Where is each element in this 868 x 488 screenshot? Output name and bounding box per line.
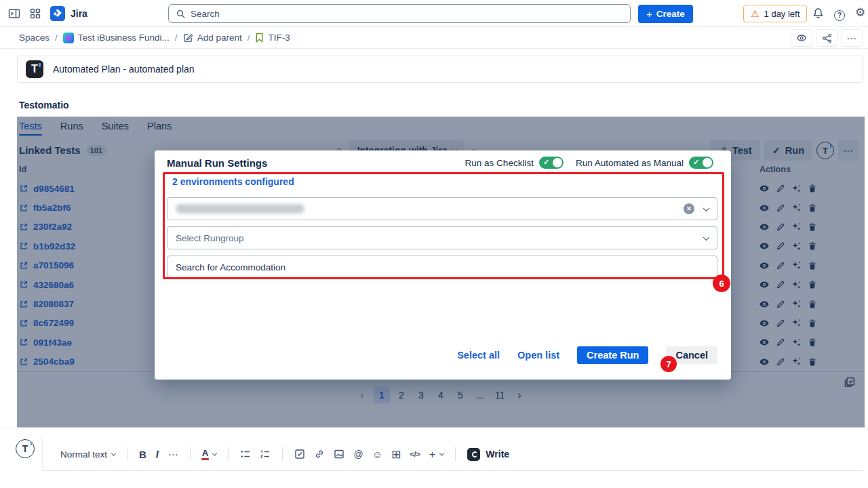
help-icon[interactable]: ? bbox=[834, 8, 845, 21]
ai-write-icon bbox=[467, 448, 480, 461]
table-icon[interactable]: ⊞ bbox=[391, 449, 401, 460]
image-icon[interactable] bbox=[334, 449, 344, 460]
emoji-icon[interactable]: ☺ bbox=[372, 449, 382, 460]
breadcrumb: Spaces / Test iBusiness Fundi... / Add p… bbox=[0, 27, 868, 49]
breadcrumb-spaces[interactable]: Spaces bbox=[19, 33, 50, 43]
annotation-step-7: 7 bbox=[660, 356, 677, 372]
annotation-step-6: 6 bbox=[713, 274, 730, 292]
modal-title: Manual Run Settings bbox=[167, 157, 267, 169]
warning-icon: ⚠ bbox=[751, 9, 760, 18]
more-formatting-icon[interactable]: ⋯ bbox=[168, 449, 178, 460]
jira-logo-icon[interactable] bbox=[50, 6, 65, 21]
create-run-button[interactable]: Create Run bbox=[577, 346, 648, 364]
app-name[interactable]: Jira bbox=[71, 8, 87, 19]
chevron-down-icon bbox=[439, 451, 444, 455]
code-icon[interactable]: </> bbox=[410, 450, 420, 458]
task-list-icon[interactable] bbox=[294, 449, 305, 460]
search-icon bbox=[176, 9, 186, 19]
automated-plan-banner[interactable]: T Automated Plan - automated plan bbox=[17, 56, 863, 83]
redacted-value bbox=[176, 204, 304, 214]
more-button[interactable]: ⋯ bbox=[841, 29, 863, 47]
edit-icon bbox=[183, 33, 193, 43]
numbered-list-icon[interactable] bbox=[260, 449, 271, 460]
widget-title: Testomatio bbox=[19, 100, 69, 110]
italic-icon[interactable]: I bbox=[155, 449, 159, 460]
rungroup-select[interactable]: Select Rungroup bbox=[167, 226, 717, 249]
notifications-icon[interactable] bbox=[812, 7, 824, 19]
ai-write-button[interactable]: Write bbox=[467, 448, 509, 461]
environment-select[interactable]: ✕ bbox=[167, 197, 717, 220]
text-style-dropdown[interactable]: Normal text bbox=[60, 449, 115, 460]
manual-run-settings-modal: Manual Run Settings Run as Checklist ✓ R… bbox=[155, 150, 731, 380]
editor-toolbar: Normal text B I ⋯ A @ ☺ ⊞ </> + Write bbox=[42, 438, 863, 471]
settings-icon[interactable]: ⚙ bbox=[855, 7, 865, 18]
run-automated-as-manual-toggle[interactable]: ✓ bbox=[689, 157, 713, 169]
breadcrumb-issue[interactable]: TIF-3 bbox=[255, 33, 290, 43]
bold-icon[interactable]: B bbox=[139, 449, 146, 460]
link-icon[interactable] bbox=[314, 449, 325, 460]
chevron-down-icon bbox=[111, 451, 116, 455]
chevron-down-icon[interactable] bbox=[703, 205, 710, 211]
trial-badge[interactable]: ⚠ 1 day left bbox=[743, 5, 807, 22]
top-nav: Jira Search + Create ⚠ 1 day left ? ⚙ bbox=[0, 0, 868, 27]
insert-dropdown[interactable]: + bbox=[429, 449, 443, 460]
bookmark-icon bbox=[255, 33, 264, 43]
sidebar-toggle-icon[interactable] bbox=[8, 8, 20, 19]
plus-icon: + bbox=[646, 8, 652, 20]
testomatio-editor-icon: T bbox=[16, 439, 35, 458]
bullet-list-icon[interactable] bbox=[240, 449, 251, 460]
section-divider bbox=[0, 428, 868, 428]
environments-link[interactable]: 2 environments configured bbox=[172, 176, 294, 187]
search-input[interactable]: Search bbox=[168, 4, 631, 23]
text-color-dropdown[interactable]: A bbox=[202, 448, 217, 460]
clear-icon[interactable]: ✕ bbox=[684, 203, 694, 214]
chevron-down-icon bbox=[212, 451, 217, 455]
chevron-down-icon[interactable] bbox=[703, 234, 710, 241]
search-placeholder: Search bbox=[191, 9, 220, 19]
breadcrumb-space[interactable]: Test iBusiness Fundi... bbox=[63, 33, 170, 43]
add-parent-button[interactable]: Add parent bbox=[183, 33, 242, 43]
plus-icon: + bbox=[429, 449, 435, 460]
select-all-link[interactable]: Select all bbox=[457, 350, 500, 361]
testomatio-logo-icon: T bbox=[26, 60, 43, 78]
plan-title: Automated Plan - automated plan bbox=[53, 64, 195, 75]
run-as-checklist-toggle[interactable]: ✓ bbox=[539, 157, 564, 169]
text-color-icon: A bbox=[202, 448, 209, 460]
space-avatar bbox=[63, 33, 74, 43]
run-automated-as-manual-label: Run Automated as Manual bbox=[576, 158, 684, 168]
app-switcher-icon[interactable] bbox=[30, 8, 41, 19]
open-list-link[interactable]: Open list bbox=[517, 350, 559, 361]
share-button[interactable] bbox=[816, 29, 837, 47]
mention-icon[interactable]: @ bbox=[353, 449, 363, 459]
create-button[interactable]: + Create bbox=[638, 5, 693, 23]
watch-button[interactable] bbox=[791, 29, 812, 47]
search-tests-input[interactable]: Search for Accommodation bbox=[167, 256, 717, 279]
run-as-checklist-label: Run as Checklist bbox=[465, 158, 534, 168]
